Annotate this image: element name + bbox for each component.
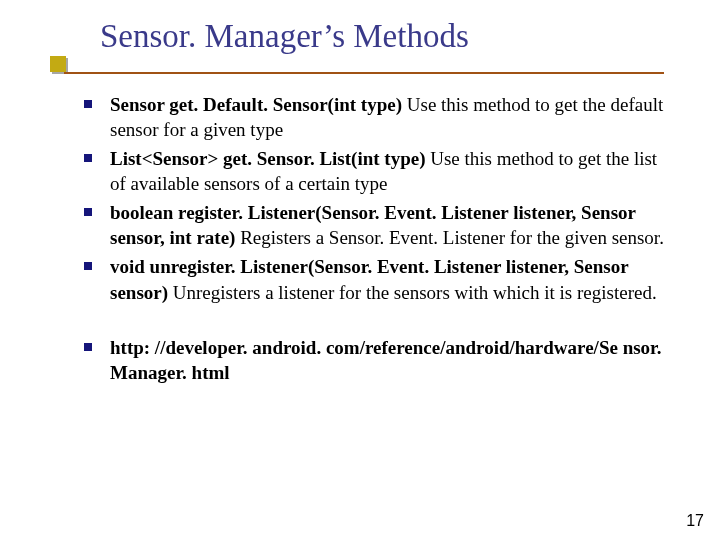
slide-title: Sensor. Manager’s Methods [100,18,660,54]
reference-group: http: //developer. android. com/referenc… [110,335,670,385]
accent-square-icon [50,56,66,72]
list-item: Sensor get. Default. Sensor(int type) Us… [110,92,670,142]
method-description: Unregisters a listener for the sensors w… [168,282,657,303]
bullet-icon [84,100,92,108]
bullet-icon [84,343,92,351]
list-item: void unregister. Listener(Sensor. Event.… [110,254,670,304]
title-underline [64,72,664,74]
list-item: http: //developer. android. com/referenc… [110,335,670,385]
list-item: List<Sensor> get. Sensor. List(int type)… [110,146,670,196]
list-item: boolean register. Listener(Sensor. Event… [110,200,670,250]
title-wrap: Sensor. Manager’s Methods [100,18,660,54]
method-signature: List<Sensor> get. Sensor. List(int type) [110,148,425,169]
content-area: Sensor get. Default. Sensor(int type) Us… [110,92,670,389]
bullet-icon [84,208,92,216]
bullet-icon [84,262,92,270]
reference-url: http: //developer. android. com/referenc… [110,337,662,383]
bullet-icon [84,154,92,162]
method-description: Registers a Sensor. Event. Listener for … [235,227,663,248]
slide: Sensor. Manager’s Methods Sensor get. De… [0,0,720,540]
method-signature: Sensor get. Default. Sensor(int type) [110,94,402,115]
page-number: 17 [686,512,704,530]
